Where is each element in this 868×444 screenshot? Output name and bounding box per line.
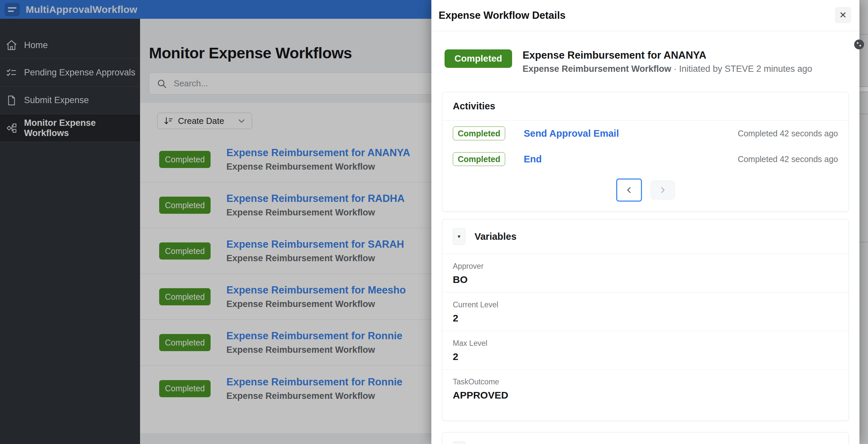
variable-value: APPROVED	[453, 390, 838, 401]
activity-timestamp: Completed 42 seconds ago	[738, 129, 838, 138]
next-page-button[interactable]	[651, 181, 675, 200]
activity-link[interactable]: End	[524, 154, 542, 165]
parameters-header: ▼ Parameters	[442, 433, 848, 444]
activity-status-badge: Completed	[453, 126, 505, 140]
variables-card: ▼ Variables Approver BO Current Level 2 …	[442, 219, 849, 421]
close-button[interactable]: ✕	[835, 7, 851, 23]
variables-header: ▼ Variables	[442, 219, 848, 254]
variable-value: BO	[453, 274, 838, 285]
variable-row: TaskOutcome APPROVED	[442, 370, 848, 421]
activities-pagination	[442, 179, 848, 212]
activity-row: Completed End Completed 42 seconds ago	[442, 146, 848, 172]
workflow-summary: Completed Expense Reimbursement for ANAN…	[442, 50, 849, 74]
activity-link[interactable]: Send Approval Email	[524, 128, 619, 139]
variable-label: Current Level	[453, 300, 838, 309]
activity-timestamp: Completed 42 seconds ago	[738, 155, 838, 164]
variables-heading: Variables	[474, 231, 516, 242]
chevron-left-icon	[625, 186, 633, 194]
variable-label: Max Level	[453, 339, 838, 348]
drawer-body: Completed Expense Reimbursement for ANAN…	[431, 50, 860, 444]
variable-row: Max Level 2	[442, 331, 848, 370]
floating-helper-button[interactable]	[854, 39, 864, 50]
expense-workflow-details-drawer: Expense Workflow Details ✕ Completed Exp…	[431, 0, 860, 444]
activities-header: Activities	[442, 92, 848, 121]
drawer-header: Expense Workflow Details ✕	[431, 0, 860, 31]
initiated-text: · Initiated by STEVE 2 minutes ago	[674, 64, 812, 74]
variable-label: TaskOutcome	[453, 377, 838, 386]
close-icon: ✕	[839, 10, 847, 21]
chevron-right-icon	[658, 186, 667, 194]
variable-label: Approver	[453, 262, 838, 271]
workflow-type: Expense Reimbursement Workflow	[523, 64, 671, 74]
variable-value: 2	[453, 313, 838, 324]
triangle-down-icon: ▼	[457, 234, 461, 239]
variable-row: Approver BO	[442, 254, 848, 292]
activity-status-badge: Completed	[453, 152, 505, 166]
activity-row: Completed Send Approval Email Completed …	[442, 121, 848, 146]
workflow-meta: Expense Reimbursement Workflow · Initiat…	[523, 64, 812, 74]
drawer-title: Expense Workflow Details	[439, 9, 565, 22]
status-badge: Completed	[444, 50, 512, 68]
previous-page-button[interactable]	[616, 179, 642, 201]
collapse-toggle-button[interactable]: ▼	[453, 441, 465, 444]
variable-value: 2	[453, 351, 838, 362]
parameters-card: ▼ Parameters	[442, 432, 849, 444]
workflow-title: Expense Reimbursement for ANANYA	[523, 50, 812, 61]
activities-card: Activities Completed Send Approval Email…	[442, 92, 849, 212]
collapse-toggle-button[interactable]: ▼	[453, 228, 465, 245]
activities-heading: Activities	[453, 101, 495, 112]
page-scrollbar-gutter	[860, 0, 868, 444]
variable-row: Current Level 2	[442, 292, 848, 331]
